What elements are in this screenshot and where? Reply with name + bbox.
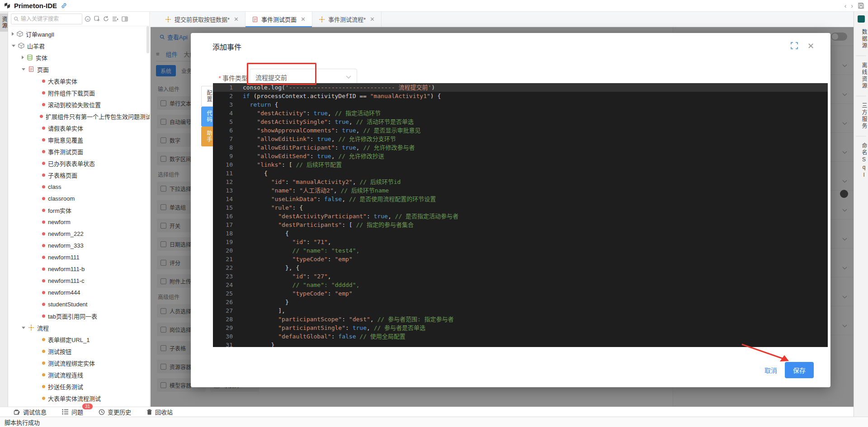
ai-icon[interactable]: AI (85, 16, 91, 22)
tree-item-5[interactable]: 附件组件下载页面 (8, 87, 150, 99)
tree-item-16[interactable]: newform (8, 216, 150, 228)
nav-back-icon[interactable]: ‹ (844, 2, 847, 9)
link-icon[interactable] (61, 2, 67, 9)
tree-item-label: newform111-b (48, 266, 85, 272)
tree-item-22[interactable]: newform444 (8, 286, 150, 298)
tree-item-13[interactable]: class (8, 181, 150, 192)
tree-item-25[interactable]: 流程 (8, 322, 150, 333)
right-strip-0[interactable]: 数据源 (854, 29, 868, 49)
save-button[interactable]: 保存 (785, 362, 814, 378)
bottom-bar-label: 回收站 (155, 408, 173, 416)
tree-item-9[interactable]: 审批意见覆盖 (8, 134, 150, 145)
clock-icon (99, 409, 105, 415)
nav-forward-icon[interactable]: › (851, 2, 853, 9)
list-collapse-icon[interactable] (112, 16, 118, 22)
dot-red-icon (42, 103, 45, 106)
editor-tab-2[interactable]: 事件测试流程*✕ (312, 12, 382, 27)
right-strip-3[interactable]: 命名Sql (854, 143, 868, 179)
tree-item-26[interactable]: 表单绑定URL_1 (8, 333, 150, 345)
tree-collapse-icon[interactable] (22, 327, 25, 329)
close-icon[interactable]: ✕ (807, 41, 814, 51)
tree-item-18[interactable]: newform_333 (8, 239, 150, 251)
code-editor[interactable]: 1console.log('--------------------------… (213, 83, 828, 347)
new-box-icon[interactable] (94, 16, 100, 22)
code-line-18: 18 { (213, 229, 828, 238)
tree-item-label: 测试流程绑定实体 (48, 359, 95, 367)
cancel-button[interactable]: 取消 (764, 366, 777, 375)
tree-item-10[interactable]: 事件测试页面 (8, 145, 150, 157)
tree-item-11[interactable]: 已办列表表单状态 (8, 157, 150, 169)
tree-collapse-icon[interactable] (22, 68, 25, 70)
tree-item-23[interactable]: studentStudent (8, 298, 150, 310)
tree-item-15[interactable]: form实体 (8, 204, 150, 216)
tree-item-14[interactable]: classroom (8, 192, 150, 204)
code-text: { (233, 229, 289, 238)
assistant-tab[interactable]: 助手 (201, 127, 213, 146)
tree-item-31[interactable]: 大表单实体流程测试 (8, 392, 150, 404)
tree-expand-icon[interactable] (12, 32, 14, 36)
dot-orange-icon (42, 385, 45, 388)
tree-item-4[interactable]: 大表单实体 (8, 75, 150, 87)
code-line-28: 28 "participantScope": "dest", // 参与者范围:… (213, 315, 828, 324)
code-text: } (233, 341, 274, 347)
refresh-icon[interactable] (103, 16, 109, 22)
tree-item-label: 页面 (37, 65, 49, 74)
tree-item-24[interactable]: tab页面引用同一表 (8, 310, 150, 322)
tree-item-19[interactable]: newform111 (8, 251, 150, 263)
tree-item-29[interactable]: 测试流程连线 (8, 369, 150, 380)
line-number: 15 (213, 203, 233, 212)
tree-item-17[interactable]: newform_222 (8, 228, 150, 239)
console-icon[interactable] (122, 16, 128, 22)
tree-item-27[interactable]: 测试按钮 (8, 345, 150, 357)
datasource-strip-icon[interactable] (858, 15, 865, 23)
tree-item-label: newform111 (48, 254, 80, 261)
code-text: "participantScope": "dest", // 参与者范围: 指定… (233, 315, 454, 324)
tree-item-1[interactable]: 山羊君 (8, 40, 150, 52)
tree-item-2[interactable]: 实体 (8, 52, 150, 63)
left-activity-strip: 资源 (0, 12, 8, 417)
resources-strip-tab[interactable]: 资源 (0, 14, 8, 32)
tab-close-icon[interactable]: ✕ (370, 16, 375, 23)
tree-item-8[interactable]: 请假表单实体 (8, 122, 150, 134)
tree-expand-icon[interactable] (22, 56, 24, 59)
tab-close-icon[interactable]: ✕ (234, 16, 239, 23)
tree-item-label: 山羊君 (27, 42, 45, 50)
bottom-bar-1[interactable]: 问题31 (62, 408, 83, 416)
tree-item-20[interactable]: newform111-b (8, 263, 150, 275)
code-text: "destActivityParticipant": true, // 是否指定… (233, 212, 458, 221)
tree-collapse-icon[interactable] (12, 45, 15, 47)
dot-orange-icon (42, 397, 45, 400)
tree-item-30[interactable]: 抄送任务测试 (8, 380, 150, 392)
line-number: 31 (213, 341, 233, 347)
tree-item-21[interactable]: newform111-c (8, 275, 150, 286)
code-text: }, { (233, 263, 299, 272)
bottom-bar-3[interactable]: 回收站 (146, 408, 173, 416)
tree-item-0[interactable]: 订单wangll (8, 28, 150, 40)
line-number: 18 (213, 229, 233, 238)
code-text: "links": [ // 后续环节配置 (233, 160, 342, 169)
tree-scrollbar[interactable] (146, 26, 149, 53)
editor-tab-0[interactable]: 提交前获取按钮数据*✕ (159, 12, 245, 27)
tree-item-3[interactable]: 页面 (8, 63, 150, 75)
tree-item-28[interactable]: 测试流程绑定实体 (8, 357, 150, 369)
tree-item-7[interactable]: 扩展组件只有第一个上传包生效问题测试 (8, 110, 150, 122)
tab-label: 事件测试流程* (328, 15, 366, 23)
fullscreen-icon[interactable] (791, 42, 798, 49)
editor-tab-1[interactable]: 事件测试页面✕ (245, 12, 312, 27)
right-strip-1[interactable]: 离线资源 (854, 62, 868, 89)
tree-item-12[interactable]: 子表格页面 (8, 169, 150, 181)
search-box[interactable] (11, 14, 82, 24)
tree-item-label: newform444 (48, 289, 80, 296)
code-tab[interactable]: 代码 (201, 107, 213, 127)
bottom-bar-label: 问题 (71, 408, 83, 416)
config-tab[interactable]: 配置 (201, 86, 213, 107)
bottom-bar-2[interactable]: 变更历史 (99, 408, 131, 416)
code-line-29: 29 "participantSingle": true, // 参与者是否单选 (213, 324, 828, 332)
tree-item-6[interactable]: 滚动到校验失败位置 (8, 99, 150, 110)
bottom-bar-0[interactable]: 调试信息 (14, 408, 47, 416)
save-file-icon[interactable] (858, 2, 864, 9)
search-input[interactable] (21, 16, 75, 22)
line-number: 24 (213, 281, 233, 289)
right-strip-2[interactable]: 三方服务 (854, 103, 868, 130)
tab-close-icon[interactable]: ✕ (301, 16, 306, 23)
